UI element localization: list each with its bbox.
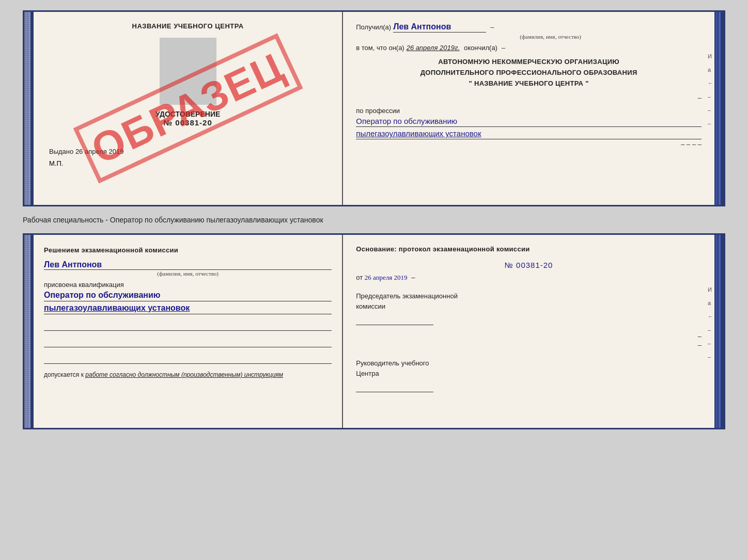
bottom-fio-sublabel: (фамилия, имя, отчество): [44, 269, 332, 277]
side-mark-6: –: [708, 120, 713, 126]
side-mark-3: ←: [708, 80, 713, 86]
leader-block: Руководитель учебного Центра: [356, 358, 702, 392]
side-mark-1: И: [708, 53, 713, 59]
blank-line-3: [44, 354, 332, 364]
bottom-book-texture-left: [24, 235, 30, 428]
bottom-right-dash2: –: [356, 332, 702, 340]
cert-left-header: НАЗВАНИЕ УЧЕБНОГО ЦЕНТРА: [44, 22, 332, 30]
blank-line-1: [44, 321, 332, 331]
qual-line2: пылегазоулавливающих установок: [44, 303, 332, 314]
in-that-row: в том, что он(а) 26 апреля 2019г. окончи…: [356, 44, 702, 52]
right-dash-lines: – – – –: [356, 140, 702, 148]
chairman-line2: комиссии: [356, 302, 385, 310]
leader-sig-line: [356, 379, 433, 392]
received-row: Получил(а) Лев Антпонов –: [356, 22, 702, 33]
in-that-label: в том, что он(а): [356, 44, 404, 52]
fio-sublabel: (фамилия, имя, отчество): [399, 34, 702, 40]
profession-label: по профессии: [356, 107, 702, 115]
org-line1: АВТОНОМНУЮ НЕКОММЕРЧЕСКУЮ ОРГАНИЗАЦИЮ: [356, 57, 702, 68]
separator-text: Рабочая специальность - Оператор по обсл…: [23, 216, 323, 224]
chairman-sig-line: [356, 312, 433, 325]
protocol-number: № 00381-20: [356, 261, 702, 269]
osnov-label: Основание: протокол экзаменационной коми…: [356, 245, 702, 253]
photo-placeholder: [160, 38, 216, 105]
profession-value-line1: Оператор по обслуживанию: [356, 117, 702, 127]
protocol-date-row: от 26 апреля 2019 –: [356, 274, 702, 282]
bottom-right-page: Основание: протокол экзаменационной коми…: [343, 235, 714, 428]
issue-date-value: 26 апреля 2019: [75, 148, 124, 155]
chairman-label: Председатель экзаменационной комиссии: [356, 291, 702, 311]
org-block: АВТОНОМНУЮ НЕКОММЕРЧЕСКУЮ ОРГАНИЗАЦИЮ ДО…: [356, 57, 702, 89]
chairman-line1: Председатель экзаменационной: [356, 292, 458, 300]
dash1: –: [490, 23, 494, 31]
side-mark-4: –: [708, 93, 713, 100]
protocol-date-value: 26 апреля 2019: [365, 274, 408, 281]
bottom-right-side-marks: И а ← – – –: [708, 286, 714, 360]
leader-line2: Центра: [356, 370, 379, 377]
bottom-person-row: Лев Антпонов (фамилия, имя, отчество): [44, 260, 332, 277]
top-certificate-book: НАЗВАНИЕ УЧЕБНОГО ЦЕНТРА УДОСТОВЕРЕНИЕ №…: [23, 10, 725, 206]
допускается-label: допускается к: [44, 371, 84, 378]
dash3: –: [356, 94, 702, 102]
b-side-mark-1: И: [708, 286, 713, 293]
date-prefix: от: [356, 274, 363, 281]
b-side-mark-4: –: [708, 327, 713, 333]
assigned-label: присвоена квалификация: [44, 281, 332, 289]
leader-label: Руководитель учебного Центра: [356, 358, 702, 378]
допускается-value: работе согласно должностным (производств…: [85, 371, 283, 378]
received-value: Лев Антпонов: [393, 22, 486, 33]
finished-label: окончил(а): [464, 44, 497, 52]
side-mark-2: а: [708, 67, 713, 73]
blank-line-2: [44, 337, 332, 347]
leader-line1: Руководитель учебного: [356, 359, 429, 367]
org-line2: ДОПОЛНИТЕЛЬНОГО ПРОФЕССИОНАЛЬНОГО ОБРАЗО…: [356, 68, 702, 78]
bottom-certificate-book: Решением экзаменационной комиссии Лев Ан…: [23, 233, 725, 429]
cert-issue-date: Выдано 26 апреля 2019: [44, 148, 332, 155]
dash2: –: [502, 44, 505, 52]
cert-right-page: Получил(а) Лев Антпонов – (фамилия, имя,…: [343, 12, 714, 205]
bottom-cert-book-spine-right: [714, 235, 724, 428]
b-side-mark-2: а: [708, 300, 713, 306]
document-container: НАЗВАНИЕ УЧЕБНОГО ЦЕНТРА УДОСТОВЕРЕНИЕ №…: [23, 10, 725, 429]
cert-doc-title: УДОСТОВЕРЕНИЕ: [44, 110, 332, 118]
book-texture-left: [24, 12, 30, 205]
qual-line1: Оператор по обслуживанию: [44, 291, 332, 301]
bottom-person-name: Лев Антпонов: [44, 260, 102, 269]
cert-left-page: НАЗВАНИЕ УЧЕБНОГО ЦЕНТРА УДОСТОВЕРЕНИЕ №…: [34, 12, 343, 205]
received-label: Получил(а): [356, 23, 391, 31]
cert-doc-number: № 00381-20: [44, 118, 332, 127]
issue-prefix: Выдано: [49, 148, 73, 155]
b-side-mark-5: –: [708, 340, 713, 346]
bottom-right-dash3: –: [356, 341, 702, 349]
bottom-left-page: Решением экзаменационной комиссии Лев Ан…: [34, 235, 343, 428]
chairman-block: Председатель экзаменационной комиссии – …: [356, 291, 702, 349]
profession-value-line2: пылегазоулавливающих установок: [356, 129, 702, 139]
допускается-row: допускается к работе согласно должностны…: [44, 371, 332, 378]
b-side-mark-6: –: [708, 354, 713, 360]
bottom-heading: Решением экзаменационной комиссии: [44, 245, 332, 256]
cert-mp: М.П.: [44, 159, 332, 167]
org-line3: " НАЗВАНИЕ УЧЕБНОГО ЦЕНТРА ": [356, 78, 702, 89]
cert-book-spine-right: [714, 12, 724, 205]
completion-date: 26 апреля 2019г.: [407, 44, 460, 52]
side-marks: И а ← – – –: [708, 53, 714, 126]
bottom-right-dash1: –: [411, 274, 415, 281]
side-mark-5: –: [708, 107, 713, 113]
b-side-mark-3: ←: [708, 313, 713, 319]
